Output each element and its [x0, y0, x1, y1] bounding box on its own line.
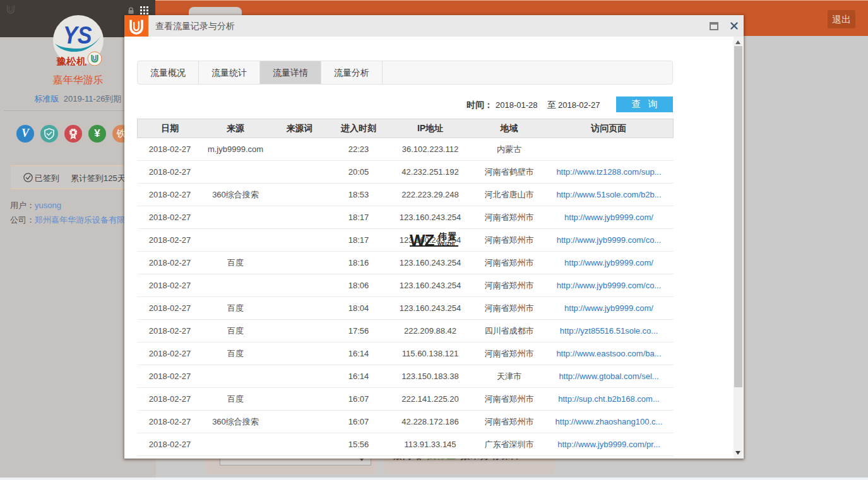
svg-text:豫松机: 豫松机	[56, 56, 86, 66]
svg-text:YS: YS	[63, 21, 92, 49]
